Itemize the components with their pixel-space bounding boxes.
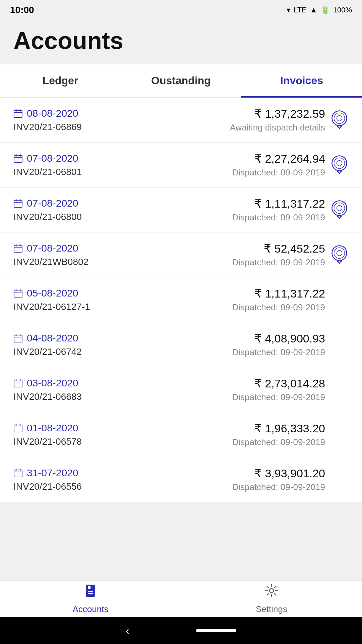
svg-rect-9 bbox=[14, 155, 22, 162]
invoice-right-6: ₹ 2,73,014.28 Dispatched: 09-09-2019 bbox=[169, 377, 325, 402]
svg-rect-57 bbox=[88, 586, 90, 589]
invoice-right-5: ₹ 4,08,900.93 Dispatched: 09-09-2019 bbox=[169, 332, 325, 358]
invoice-item[interactable]: 05-08-2020 INV20/21-06127-1 ₹ 1,11,317.2… bbox=[0, 277, 362, 322]
invoice-badge-3 bbox=[325, 244, 349, 266]
calendar-icon-1 bbox=[13, 154, 23, 163]
invoice-date-text-8: 31-07-2020 bbox=[27, 467, 78, 479]
invoice-date-8: 31-07-2020 bbox=[13, 467, 169, 479]
system-bar: ‹ bbox=[0, 617, 362, 644]
invoice-left-1: 07-08-2020 INV20/21-06801 bbox=[13, 153, 169, 177]
invoice-right-0: ₹ 1,37,232.59 Awaiting dispatch details bbox=[169, 107, 325, 133]
invoice-item[interactable]: 03-08-2020 INV20/21-06683 ₹ 2,73,014.28 … bbox=[0, 367, 362, 412]
signal-icon: ▲ bbox=[310, 6, 317, 14]
invoice-number-0: INV20/21-06869 bbox=[13, 122, 169, 132]
invoice-date-3: 07-08-2020 bbox=[13, 243, 169, 254]
svg-point-32 bbox=[334, 248, 345, 259]
svg-rect-52 bbox=[14, 470, 22, 477]
calendar-icon-6 bbox=[13, 378, 23, 388]
invoice-item[interactable]: 07-08-2020 INV20/21-06800 ₹ 1,11,317.22 … bbox=[0, 187, 362, 232]
invoice-left-7: 01-08-2020 INV20/21-06578 bbox=[13, 422, 169, 447]
calendar-icon-5 bbox=[13, 333, 23, 343]
invoice-item[interactable]: 04-08-2020 INV20/21-06742 ₹ 4,08,900.93 … bbox=[0, 322, 362, 367]
back-button[interactable]: ‹ bbox=[126, 625, 129, 637]
invoice-status-7: Dispatched: 09-09-2019 bbox=[169, 437, 325, 447]
invoice-badge-0 bbox=[325, 109, 349, 131]
svg-rect-36 bbox=[14, 290, 22, 297]
wifi-icon: ▾ bbox=[287, 6, 290, 14]
tab-outstanding[interactable]: Oustanding bbox=[121, 64, 241, 97]
invoice-status-8: Dispatched: 09-09-2019 bbox=[169, 482, 325, 492]
invoice-item[interactable]: 01-08-2020 INV20/21-06578 ₹ 1,96,333.20 … bbox=[0, 412, 362, 457]
invoice-amount-3: ₹ 52,452.25 bbox=[169, 242, 325, 255]
invoice-date-6: 03-08-2020 bbox=[13, 377, 169, 389]
invoice-status-0: Awaiting dispatch details bbox=[169, 122, 325, 133]
calendar-icon-3 bbox=[13, 244, 23, 253]
invoice-amount-8: ₹ 3,93,901.20 bbox=[169, 467, 325, 480]
invoice-left-4: 05-08-2020 INV20/21-06127-1 bbox=[13, 287, 169, 312]
invoice-left-0: 08-08-2020 INV20/21-06869 bbox=[13, 108, 169, 132]
invoice-status-6: Dispatched: 09-09-2019 bbox=[169, 392, 325, 402]
lte-label: LTE bbox=[294, 6, 307, 14]
accounts-icon bbox=[83, 583, 98, 601]
nav-accounts[interactable]: Accounts bbox=[0, 581, 181, 617]
invoice-date-text-1: 07-08-2020 bbox=[27, 153, 78, 164]
invoice-date-text-5: 04-08-2020 bbox=[27, 332, 78, 344]
invoice-right-3: ₹ 52,452.25 Dispatched: 09-09-2019 bbox=[169, 242, 325, 268]
invoice-right-4: ₹ 1,11,317.22 Dispatched: 09-09-2019 bbox=[169, 287, 325, 313]
invoice-left-8: 31-07-2020 INV20/21-06556 bbox=[13, 467, 169, 492]
invoice-right-2: ₹ 1,11,317.22 Dispatched: 09-09-2019 bbox=[169, 197, 325, 223]
invoice-item[interactable]: 07-08-2020 INV20/21WB0802 ₹ 52,452.25 Di… bbox=[0, 232, 362, 277]
svg-rect-59 bbox=[88, 593, 93, 594]
invoice-number-4: INV20/21-06127-1 bbox=[13, 302, 169, 312]
svg-point-15 bbox=[337, 161, 342, 166]
invoice-amount-4: ₹ 1,11,317.22 bbox=[169, 287, 325, 300]
svg-rect-40 bbox=[14, 335, 22, 342]
svg-rect-18 bbox=[14, 200, 22, 207]
svg-point-24 bbox=[337, 206, 342, 211]
invoice-right-7: ₹ 1,96,333.20 Dispatched: 09-09-2019 bbox=[169, 422, 325, 447]
calendar-icon-0 bbox=[13, 109, 23, 118]
page-title: Accounts bbox=[13, 27, 349, 54]
status-time: 10:00 bbox=[10, 5, 34, 15]
invoice-item[interactable]: 08-08-2020 INV20/21-06869 ₹ 1,37,232.59 … bbox=[0, 98, 362, 143]
invoice-status-3: Dispatched: 09-09-2019 bbox=[169, 257, 325, 268]
invoice-item[interactable]: 31-07-2020 INV20/21-06556 ₹ 3,93,901.20 … bbox=[0, 457, 362, 502]
invoice-status-1: Dispatched: 09-09-2019 bbox=[169, 167, 325, 178]
invoice-status-5: Dispatched: 09-09-2019 bbox=[169, 347, 325, 358]
invoice-left-2: 07-08-2020 INV20/21-06800 bbox=[13, 198, 169, 222]
home-pill[interactable] bbox=[196, 629, 236, 632]
tab-invoices[interactable]: Invoices bbox=[241, 64, 362, 97]
invoice-date-7: 01-08-2020 bbox=[13, 422, 169, 434]
invoice-right-8: ₹ 3,93,901.20 Dispatched: 09-09-2019 bbox=[169, 467, 325, 492]
invoice-amount-2: ₹ 1,11,317.22 bbox=[169, 197, 325, 210]
invoice-date-5: 04-08-2020 bbox=[13, 332, 169, 344]
invoice-list: 08-08-2020 INV20/21-06869 ₹ 1,37,232.59 … bbox=[0, 98, 362, 502]
battery-icon: 🔋 bbox=[321, 6, 330, 14]
invoice-right-1: ₹ 2,27,264.94 Dispatched: 09-09-2019 bbox=[169, 152, 325, 178]
svg-rect-0 bbox=[14, 110, 22, 117]
invoice-date-2: 07-08-2020 bbox=[13, 198, 169, 209]
invoice-status-4: Dispatched: 09-09-2019 bbox=[169, 302, 325, 313]
nav-settings-label: Settings bbox=[256, 604, 287, 614]
invoice-date-text-2: 07-08-2020 bbox=[27, 198, 78, 209]
invoice-amount-5: ₹ 4,08,900.93 bbox=[169, 332, 325, 345]
tab-bar: Ledger Oustanding Invoices bbox=[0, 64, 362, 98]
invoice-amount-1: ₹ 2,27,264.94 bbox=[169, 152, 325, 165]
nav-accounts-label: Accounts bbox=[73, 604, 109, 614]
invoice-date-text-3: 07-08-2020 bbox=[27, 243, 78, 254]
tab-ledger[interactable]: Ledger bbox=[0, 64, 121, 97]
invoice-date-text-4: 05-08-2020 bbox=[27, 287, 78, 299]
invoice-status-2: Dispatched: 09-09-2019 bbox=[169, 212, 325, 223]
nav-settings[interactable]: Settings bbox=[181, 581, 362, 617]
invoice-date-text-7: 01-08-2020 bbox=[27, 422, 78, 434]
invoice-item[interactable]: 07-08-2020 INV20/21-06801 ₹ 2,27,264.94 … bbox=[0, 143, 362, 187]
invoice-left-5: 04-08-2020 INV20/21-06742 bbox=[13, 332, 169, 357]
svg-point-14 bbox=[334, 158, 345, 169]
invoice-date-text-0: 08-08-2020 bbox=[27, 108, 78, 119]
invoice-number-5: INV20/21-06742 bbox=[13, 346, 169, 357]
status-icons: ▾ LTE ▲ 🔋 100% bbox=[287, 6, 352, 14]
status-bar: 10:00 ▾ LTE ▲ 🔋 100% bbox=[0, 0, 362, 20]
svg-rect-44 bbox=[14, 380, 22, 387]
svg-rect-48 bbox=[14, 425, 22, 432]
invoice-number-6: INV20/21-06683 bbox=[13, 391, 169, 402]
